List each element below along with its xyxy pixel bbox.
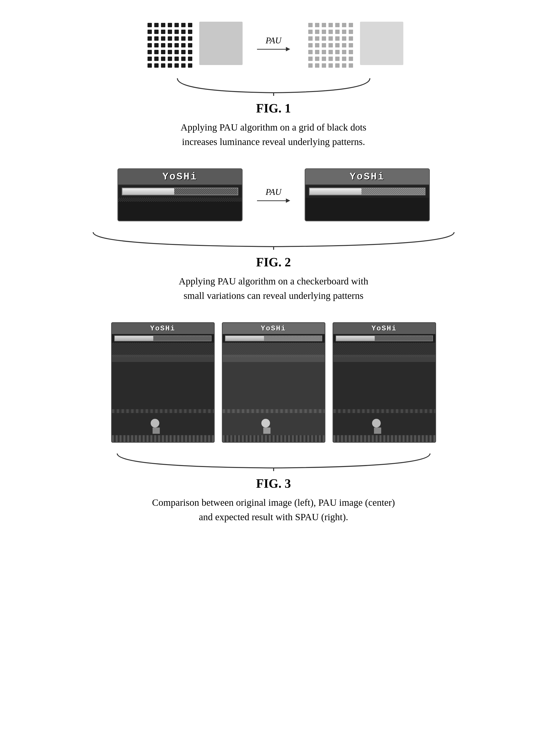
dot-faded bbox=[315, 63, 319, 68]
fig2-game-before: YoSHi bbox=[118, 168, 243, 221]
dot-faded bbox=[315, 30, 319, 34]
dot-faded bbox=[335, 36, 339, 41]
dot bbox=[154, 43, 159, 47]
fig2-game-title-after: YoSHi bbox=[305, 169, 429, 185]
fig1-brace-svg bbox=[165, 77, 382, 96]
fig3-health-left bbox=[112, 334, 214, 343]
dot-faded bbox=[349, 57, 353, 61]
dot-faded bbox=[328, 23, 333, 27]
fig1-caption-line2: increases luminance reveal underlying pa… bbox=[182, 136, 365, 147]
dot bbox=[188, 36, 192, 41]
fig2-section: YoSHi PAU YoSHi bbox=[48, 168, 499, 303]
fig1-dot-grid-before bbox=[144, 19, 192, 67]
fig3-scene-center bbox=[223, 343, 325, 442]
dot-faded bbox=[322, 50, 326, 54]
dot bbox=[161, 36, 165, 41]
dot bbox=[161, 30, 165, 34]
dot-faded bbox=[308, 43, 312, 47]
fig3-brace bbox=[48, 452, 499, 472]
dot bbox=[181, 30, 186, 34]
dot bbox=[168, 50, 172, 54]
fig3-health-fill-right bbox=[336, 336, 375, 341]
fig1-gray-square-before bbox=[199, 22, 243, 65]
fig1-gray-square-after bbox=[360, 22, 403, 65]
fig3-health-outer-left bbox=[114, 335, 212, 341]
fig3-health-right bbox=[333, 334, 435, 343]
dot-faded bbox=[308, 57, 312, 61]
dot-faded bbox=[322, 23, 326, 27]
fig3-health-outer-center bbox=[225, 335, 322, 341]
dot bbox=[181, 23, 186, 27]
fig2-health-fill-after bbox=[310, 188, 361, 195]
dot-faded bbox=[308, 50, 312, 54]
dot-faded bbox=[342, 43, 346, 47]
dot-faded bbox=[342, 36, 346, 41]
fig1-dot-grid-after bbox=[305, 19, 353, 67]
fig3-title-left: YoSHi bbox=[112, 323, 214, 334]
fig3-caption-line1: Comparison between original image (left)… bbox=[152, 497, 395, 508]
fig2-caption-line1: Applying PAU algorithm on a checkerboard… bbox=[179, 276, 368, 287]
fig2-images: YoSHi PAU YoSHi bbox=[118, 168, 430, 221]
fig3-bottom-bar-right bbox=[333, 435, 435, 442]
fig2-arrow-label: PAU bbox=[266, 187, 281, 197]
dot-faded bbox=[349, 63, 353, 68]
dot bbox=[181, 50, 186, 54]
dot-faded bbox=[342, 57, 346, 61]
dot bbox=[161, 57, 165, 61]
dot bbox=[161, 63, 165, 68]
dot-faded bbox=[315, 57, 319, 61]
fig3-game-center: YoSHi bbox=[222, 322, 325, 443]
fig3-health-fill-center bbox=[226, 336, 264, 341]
dot-faded bbox=[328, 43, 333, 47]
dot-faded bbox=[328, 50, 333, 54]
fig3-health-checker-left bbox=[153, 336, 211, 341]
dot bbox=[154, 36, 159, 41]
dot-faded bbox=[322, 36, 326, 41]
fig3-scene-left bbox=[112, 343, 214, 442]
fig2-health-outer bbox=[122, 188, 238, 195]
fig3-section: YoSHi YoSHi bbox=[48, 322, 499, 524]
dot-faded bbox=[322, 57, 326, 61]
dot-faded bbox=[335, 43, 339, 47]
fig1-images: PAU bbox=[144, 19, 403, 67]
dot-faded bbox=[335, 23, 339, 27]
dot bbox=[175, 50, 179, 54]
fig2-title: FIG. 2 bbox=[256, 255, 291, 269]
fig3-game-right: YoSHi bbox=[332, 322, 436, 443]
dot bbox=[188, 30, 192, 34]
dot-faded bbox=[335, 50, 339, 54]
dot bbox=[188, 43, 192, 47]
dot bbox=[148, 30, 152, 34]
dot bbox=[154, 23, 159, 27]
dot-faded bbox=[328, 63, 333, 68]
fig1-section: PAU bbox=[48, 19, 499, 149]
fig3-health-checker-center bbox=[264, 336, 322, 341]
fig2-brace bbox=[48, 231, 499, 250]
fig1-arrow-label: PAU bbox=[266, 35, 281, 46]
dot bbox=[175, 36, 179, 41]
dot-faded bbox=[322, 63, 326, 68]
dot-faded bbox=[328, 36, 333, 41]
dot bbox=[181, 63, 186, 68]
dot-faded bbox=[342, 63, 346, 68]
dot-faded bbox=[322, 43, 326, 47]
dot-faded bbox=[335, 30, 339, 34]
dot-faded bbox=[349, 36, 353, 41]
dot bbox=[181, 36, 186, 41]
dot bbox=[168, 30, 172, 34]
fig3-caption: Comparison between original image (left)… bbox=[152, 495, 395, 524]
fig2-health-bar-before bbox=[118, 185, 242, 198]
fig1-caption: Applying PAU algorithm on a grid of blac… bbox=[181, 120, 366, 149]
dot bbox=[168, 23, 172, 27]
dot-faded bbox=[335, 63, 339, 68]
fig2-brace-svg bbox=[81, 231, 466, 250]
fig3-health-outer-right bbox=[336, 335, 433, 341]
dot-faded bbox=[342, 50, 346, 54]
fig2-health-checker bbox=[174, 188, 238, 195]
fig1-title: FIG. 1 bbox=[256, 101, 291, 115]
fig3-brace-svg bbox=[105, 452, 442, 472]
dot bbox=[148, 63, 152, 68]
fig1-brace bbox=[48, 77, 499, 96]
fig1-caption-line1: Applying PAU algorithm on a grid of blac… bbox=[181, 122, 366, 133]
dot-faded bbox=[335, 57, 339, 61]
